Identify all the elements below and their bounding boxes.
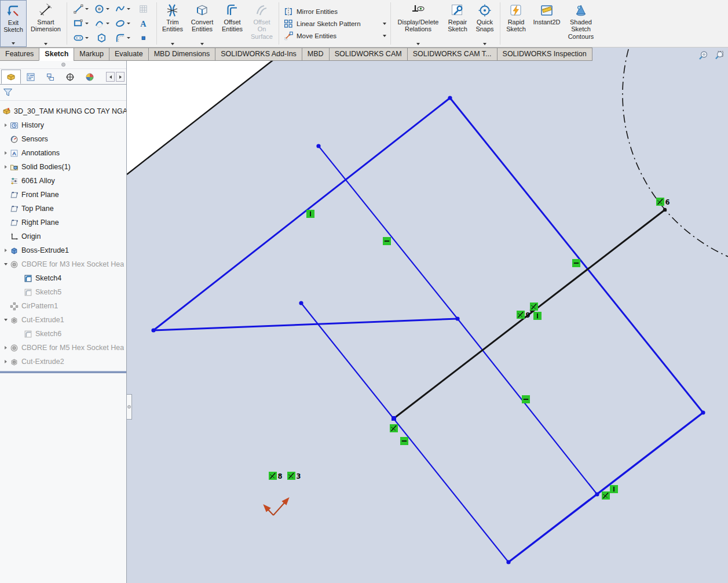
trim-entities-button[interactable]: Trim Entities bbox=[159, 0, 186, 47]
point-tool-button[interactable] bbox=[133, 31, 153, 45]
expander-down-icon[interactable] bbox=[2, 319, 9, 321]
sketch-point[interactable] bbox=[392, 416, 396, 421]
sketch-point[interactable] bbox=[701, 410, 705, 414]
tree-item-sensors[interactable]: Sensors bbox=[0, 132, 126, 146]
trim-entities-dropdown-caret-icon[interactable] bbox=[171, 43, 174, 45]
tab-solidworks-inspection[interactable]: SOLIDWORKS Inspection bbox=[497, 48, 592, 61]
graphics-viewport[interactable]: 6983 bbox=[127, 48, 728, 583]
panel-tab-propertymanager[interactable] bbox=[21, 70, 41, 84]
expander-right-icon[interactable] bbox=[2, 346, 9, 349]
tree-item-cbore-for-m3-hex-socket-hea[interactable]: CBORE for M3 Hex Socket Hea bbox=[0, 257, 126, 271]
circle-tool-button[interactable] bbox=[91, 2, 112, 16]
quick-snaps-dropdown-caret-icon[interactable] bbox=[483, 43, 486, 45]
expander-right-icon[interactable] bbox=[2, 249, 9, 252]
panel-tab-displaymanager[interactable] bbox=[80, 70, 100, 84]
tree-item-history[interactable]: History bbox=[0, 118, 126, 132]
linear-pattern-dropdown-caret-icon[interactable] bbox=[383, 23, 386, 25]
exit-sketch-dropdown-caret-icon[interactable] bbox=[12, 42, 15, 45]
construction-circle[interactable] bbox=[623, 48, 728, 272]
tab-solidworks-cam-t[interactable]: SOLIDWORKS CAM T... bbox=[407, 48, 497, 61]
sketch-point[interactable] bbox=[448, 96, 452, 100]
tree-filter-row[interactable] bbox=[0, 85, 126, 101]
panel-tab-configurationmanager[interactable] bbox=[41, 70, 60, 84]
exit-sketch-button[interactable]: Exit Sketch bbox=[0, 0, 27, 47]
sketch-point[interactable] bbox=[151, 328, 155, 332]
display-delete-relations-button[interactable]: Display/Delete Relations bbox=[393, 0, 444, 47]
sketch-line-selected[interactable] bbox=[319, 146, 458, 319]
right-arrow-icon[interactable] bbox=[116, 72, 125, 82]
tool-flyout-caret-icon[interactable] bbox=[85, 8, 89, 10]
slot-tool-button[interactable] bbox=[70, 31, 91, 45]
tree-item-origin[interactable]: Origin bbox=[0, 229, 126, 243]
tab-solidworks-add-ins[interactable]: SOLIDWORKS Add-Ins bbox=[215, 48, 302, 61]
sketch-point[interactable] bbox=[455, 316, 459, 320]
sketch-point[interactable] bbox=[299, 301, 303, 305]
tree-item-6061-alloy[interactable]: 6061 Alloy bbox=[0, 174, 126, 188]
sketch-point[interactable] bbox=[663, 208, 667, 212]
move-entities-dropdown-caret-icon[interactable] bbox=[383, 35, 386, 37]
tab-mbd[interactable]: MBD bbox=[302, 48, 330, 61]
text-tool-button[interactable]: A bbox=[133, 16, 153, 31]
expander-right-icon[interactable] bbox=[2, 165, 9, 169]
tool-flyout-caret-icon[interactable] bbox=[85, 23, 89, 24]
fillet-tool-button[interactable] bbox=[112, 31, 133, 45]
mirror-entities-button[interactable]: Mirror Entities bbox=[283, 6, 386, 17]
tab-mbd-dimensions[interactable]: MBD Dimensions bbox=[148, 48, 216, 61]
tab-evaluate[interactable]: Evaluate bbox=[109, 48, 149, 61]
magnifier-area-icon[interactable] bbox=[714, 50, 724, 61]
move-entities-button[interactable]: Move Entities bbox=[283, 31, 386, 41]
tree-item-cirpattern1[interactable]: CirPattern1 bbox=[0, 299, 126, 313]
rectangle-tool-button[interactable] bbox=[70, 16, 91, 31]
sketch-point[interactable] bbox=[316, 144, 320, 148]
tree-item-cut-extrude2[interactable]: Cut-Extrude2 bbox=[0, 355, 126, 369]
expander-right-icon[interactable] bbox=[2, 123, 9, 127]
panel-tab-dimxpertmanager[interactable] bbox=[60, 70, 80, 84]
expander-down-icon[interactable] bbox=[2, 263, 9, 265]
tab-sketch[interactable]: Sketch bbox=[39, 48, 74, 61]
tree-item-sketch4[interactable]: Sketch4 bbox=[0, 271, 126, 285]
left-arrow-icon[interactable] bbox=[106, 72, 115, 82]
sketch-line-selected[interactable] bbox=[153, 98, 450, 330]
tree-item-top-plane[interactable]: Top Plane bbox=[0, 202, 126, 216]
tree-item-cbore-for-m5-hex-socket-hea[interactable]: CBORE for M5 Hex Socket Hea bbox=[0, 341, 126, 355]
quick-snaps-button[interactable]: Quick Snaps bbox=[471, 0, 498, 47]
tree-item-boss-extrude1[interactable]: Boss-Extrude1 bbox=[0, 243, 126, 257]
filter-icon[interactable] bbox=[3, 88, 13, 97]
tree-item-front-plane[interactable]: Front Plane bbox=[0, 188, 126, 202]
tree-item-sketch5[interactable]: Sketch5 bbox=[0, 285, 126, 299]
rapid-sketch-button[interactable]: Rapid Sketch bbox=[502, 0, 530, 47]
linear-sketch-pattern-button[interactable]: Linear Sketch Pattern bbox=[283, 19, 386, 29]
sketch-point[interactable] bbox=[595, 492, 599, 496]
tool-flyout-caret-icon[interactable] bbox=[127, 37, 130, 39]
sketch-line-selected[interactable] bbox=[301, 303, 508, 562]
tree-item-solid-bodies-1[interactable]: Solid Bodies(1) bbox=[0, 160, 126, 174]
sketch-line-selected[interactable] bbox=[508, 413, 703, 562]
tool-flyout-caret-icon[interactable] bbox=[127, 23, 130, 24]
offset-entities-button[interactable]: Offset Entities bbox=[218, 0, 247, 47]
sketch-canvas[interactable]: 6983 bbox=[127, 48, 728, 583]
panel-collapse-splitter[interactable] bbox=[127, 394, 132, 420]
spline-tool-button[interactable] bbox=[112, 2, 133, 16]
arc-tool-button[interactable] bbox=[91, 16, 112, 31]
sketch-line-selected[interactable] bbox=[450, 98, 703, 413]
shaded-sketch-contours-button[interactable]: Shaded Sketch Contours bbox=[564, 0, 598, 47]
panel-grip-handle[interactable] bbox=[0, 61, 126, 69]
tool-flyout-caret-icon[interactable] bbox=[106, 8, 109, 10]
line-tool-button[interactable] bbox=[70, 2, 91, 16]
tree-item-annotations[interactable]: AAnnotations bbox=[0, 146, 126, 160]
panel-tab-featuremanager[interactable] bbox=[1, 70, 21, 84]
sketch-point[interactable] bbox=[506, 560, 510, 564]
tree-item-sketch6[interactable]: Sketch6 bbox=[0, 327, 126, 341]
ellipse-tool-button[interactable] bbox=[112, 16, 133, 31]
smart-dimension-dropdown-caret-icon[interactable] bbox=[44, 43, 47, 45]
instant2d-button[interactable]: Instant2D bbox=[530, 0, 564, 47]
tool-flyout-caret-icon[interactable] bbox=[106, 23, 109, 24]
sketch-line-selected[interactable] bbox=[153, 319, 458, 330]
tab-markup[interactable]: Markup bbox=[74, 48, 109, 61]
convert-entities-dropdown-caret-icon[interactable] bbox=[200, 43, 204, 45]
convert-entities-button[interactable]: Convert Entities bbox=[186, 0, 218, 47]
rollback-bar[interactable] bbox=[0, 371, 126, 373]
expander-right-icon[interactable] bbox=[2, 151, 9, 155]
tree-item-3d-30-tam-khung-co-tay-ngai[interactable]: 3D_30_TAM KHUNG CO TAY NGAI bbox=[0, 104, 126, 118]
display-delete-relations-dropdown-caret-icon[interactable] bbox=[416, 43, 420, 45]
